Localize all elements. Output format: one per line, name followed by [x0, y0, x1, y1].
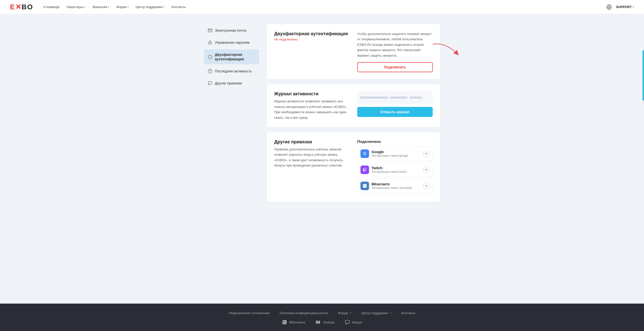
footer: Лицензионное соглашение Политика конфиде…	[0, 304, 644, 331]
2fa-card-right: Чтобы дополнительно защитить игровой акк…	[357, 31, 433, 72]
sidebar-item-password[interactable]: Управление паролем	[204, 37, 259, 48]
2fa-description: Чтобы дополнительно защитить игровой акк…	[357, 31, 433, 58]
external-link-icon: ↗	[349, 312, 351, 314]
binding-twitch: Twitch Авторизация через twitch ✕	[357, 163, 433, 177]
2fa-status: Не подключено	[274, 37, 350, 41]
forum-social-icon	[345, 319, 350, 325]
header: E✕BO О команде Наши игры ▾ Вакансии ▾ Фо…	[0, 0, 644, 14]
2fa-card-left: Двухфакторная аутентификация Не подключе…	[274, 31, 350, 41]
nav-support[interactable]: Центр поддержки ▾	[136, 5, 165, 9]
nav-vacancies[interactable]: Вакансии ▾	[93, 5, 109, 9]
bindings-card: Другие привязки Привязка дополнительных …	[267, 132, 440, 202]
scroll-bar	[642, 50, 644, 101]
remove-google-button[interactable]: ✕	[423, 151, 429, 157]
binding-twitch-name: Twitch	[372, 166, 421, 170]
right-panel: Двухфакторная аутентификация Не подключе…	[267, 24, 440, 294]
binding-google-sub: Авторизация через google	[372, 154, 421, 157]
footer-socials: ВКонтакте Youtube Форум	[10, 319, 634, 325]
logo-text: E✕BO	[10, 3, 33, 11]
binding-vk: ВКонтакте Авторизация через vkontakte ✕	[357, 179, 433, 193]
binding-google-name: Google	[372, 150, 421, 154]
clock-icon	[208, 69, 212, 73]
journal-bar-1	[360, 97, 388, 99]
journal-description: Журнал активности позволяет проверить вс…	[274, 99, 350, 120]
main-nav: О команде Наши игры ▾ Вакансии ▾ Форум ▾…	[43, 5, 606, 9]
sidebar-item-bindings[interactable]: Другие привязки	[204, 78, 259, 89]
sidebar-item-email[interactable]: Электронная почта	[204, 25, 259, 36]
nav-about[interactable]: О команде	[43, 5, 60, 9]
binding-twitch-sub: Авторизация через twitch	[372, 170, 421, 174]
journal-bar-2	[390, 97, 408, 99]
twitch-icon	[360, 166, 369, 174]
logo[interactable]: E✕BO	[10, 3, 33, 11]
journal-card-right: Открыть журнал	[357, 91, 433, 117]
nav-games[interactable]: Наши игры ▾	[67, 5, 86, 9]
email-icon	[208, 28, 212, 33]
bindings-card-right: Подключено G Google Авторизация через go…	[357, 139, 433, 195]
footer-social-forum[interactable]: Форум	[345, 319, 362, 325]
footer-support[interactable]: Центр поддержки ↗	[361, 311, 391, 315]
chat-icon	[208, 81, 212, 86]
binding-google: G Google Авторизация через google ✕	[357, 147, 433, 161]
footer-privacy[interactable]: Политика конфиденциальности	[280, 311, 328, 315]
header-right: SUPPORT ▾	[606, 4, 634, 10]
nav-forum[interactable]: Форум ▾	[116, 5, 129, 9]
connect-2fa-button[interactable]: Подключить	[357, 62, 433, 72]
chevron-down-icon: ▾	[163, 6, 165, 8]
chevron-down-icon: ▾	[633, 6, 634, 8]
sidebar-item-activity[interactable]: Последняя активность	[204, 66, 259, 76]
sidebar: Электронная почта Управление паролем Дву…	[204, 24, 259, 294]
journal-bar-3	[410, 97, 422, 99]
globe-icon[interactable]	[606, 4, 612, 10]
journal-title: Журнал активности	[274, 91, 350, 97]
main-content: Электронная почта Управление паролем Дву…	[184, 14, 460, 304]
chevron-down-icon: ▾	[127, 6, 129, 8]
2fa-card: Двухфакторная аутентификация Не подключе…	[267, 24, 440, 79]
google-icon: G	[360, 149, 369, 158]
open-journal-button[interactable]: Открыть журнал	[357, 107, 433, 117]
footer-license[interactable]: Лицензионное соглашение	[229, 311, 270, 315]
footer-social-vk[interactable]: ВКонтакте	[282, 319, 305, 325]
binding-vk-info: ВКонтакте Авторизация через vkontakte	[372, 182, 421, 190]
svg-rect-8	[345, 320, 350, 323]
sidebar-item-2fa[interactable]: Двухфакторнаяаутентификация	[204, 49, 259, 64]
vk-icon	[360, 182, 369, 190]
connected-label: Подключено	[357, 139, 433, 144]
nav-contacts[interactable]: Контакты	[172, 5, 186, 9]
shield-icon	[208, 55, 212, 59]
footer-forum[interactable]: Форум ↗	[338, 311, 351, 315]
svg-rect-4	[209, 42, 212, 44]
arrow-annotation	[430, 39, 463, 64]
binding-vk-name: ВКонтакте	[372, 182, 421, 186]
chevron-down-icon: ▾	[108, 6, 109, 8]
footer-contacts[interactable]: Контакты	[401, 311, 415, 315]
journal-card-left: Журнал активности Журнал активности позв…	[274, 91, 350, 120]
remove-vk-button[interactable]: ✕	[423, 183, 429, 189]
vk-social-icon	[282, 319, 287, 325]
chevron-down-icon: ▾	[84, 6, 86, 8]
binding-vk-sub: Авторизация через vkontakte	[372, 186, 421, 190]
external-link-icon: ↗	[389, 312, 391, 314]
journal-card: Журнал активности Журнал активности позв…	[267, 84, 440, 127]
youtube-social-icon	[315, 319, 321, 325]
bindings-card-left: Другие привязки Привязка дополнительных …	[274, 139, 350, 168]
footer-social-youtube[interactable]: Youtube	[315, 319, 335, 325]
binding-google-info: Google Авторизация через google	[372, 150, 421, 157]
support-button[interactable]: SUPPORT ▾	[616, 5, 634, 9]
remove-twitch-button[interactable]: ✕	[423, 167, 429, 173]
2fa-title: Двухфакторная аутентификация	[274, 31, 350, 36]
journal-preview	[357, 91, 433, 104]
binding-twitch-info: Twitch Авторизация через twitch	[372, 166, 421, 174]
footer-links: Лицензионное соглашение Политика конфиде…	[10, 311, 634, 315]
lock-icon	[208, 40, 212, 45]
sidebar-item-2fa-label: Двухфакторнаяаутентификация	[215, 52, 244, 61]
bindings-title: Другие привязки	[274, 139, 350, 145]
bindings-description: Привязка дополнительных учётных записей …	[274, 147, 350, 168]
